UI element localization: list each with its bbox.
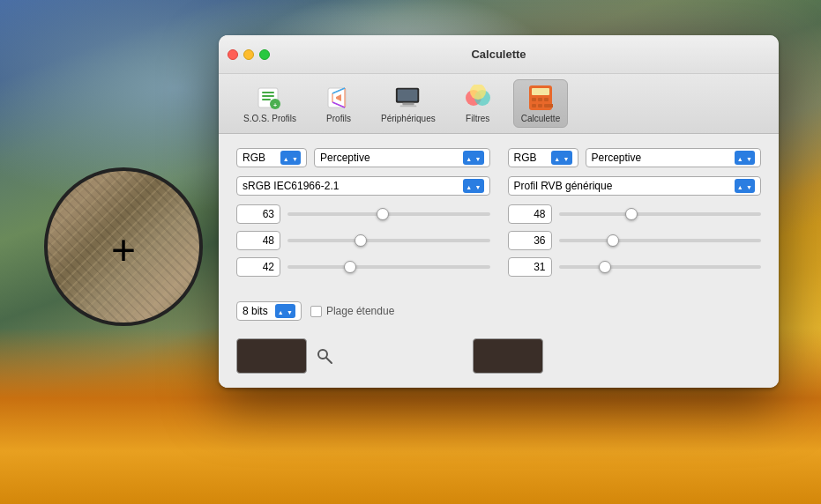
left-channel-value-0[interactable]: 63 <box>236 204 280 224</box>
minimize-button[interactable] <box>243 49 254 60</box>
svg-rect-17 <box>532 98 536 101</box>
toolbar-item-calculette[interactable]: Calculette <box>513 79 568 128</box>
left-channel-value-1[interactable]: 48 <box>236 231 280 250</box>
toolbar-label-calculette: Calculette <box>521 114 560 123</box>
bits-arrows: ▲ ▼ <box>275 304 295 318</box>
left-profile-arrows: ▲ ▼ <box>463 179 483 193</box>
toolbar-label-peripheriques: Périphériques <box>381 114 436 123</box>
plage-row: Plage étendue <box>310 305 394 317</box>
left-slider-row-2: 42 <box>236 257 490 277</box>
right-slider-row-0: 48 <box>508 204 762 224</box>
right-color-model-dropdown[interactable]: RGB ▲ ▼ <box>508 148 578 167</box>
arrow-up-icon: ▲ <box>554 156 560 162</box>
right-profile-value: Profil RVB générique <box>514 180 613 192</box>
arrow-down-icon: ▼ <box>475 184 481 190</box>
titlebar: Calculette <box>219 35 779 74</box>
plage-label: Plage étendue <box>326 305 394 317</box>
arrow-up-icon: ▲ <box>737 156 743 162</box>
arrow-up-icon: ▲ <box>283 156 289 162</box>
bits-value: 8 bits <box>243 305 268 317</box>
svg-text:+: + <box>273 102 277 108</box>
right-slider-track-2[interactable] <box>559 265 762 269</box>
toolbar-label-filtres: Filtres <box>466 114 489 123</box>
left-slider-track-0[interactable] <box>287 212 490 216</box>
peripheriques-icon <box>394 84 422 112</box>
left-intent-value: Perceptive <box>320 152 370 164</box>
main-content: RGB ▲ ▼ Perceptive ▲ ▼ <box>219 134 779 388</box>
svg-rect-16 <box>532 88 549 95</box>
search-button[interactable] <box>314 345 335 367</box>
right-slider-thumb-1[interactable] <box>607 234 619 247</box>
toolbar-label-profils: Profils <box>326 114 351 123</box>
svg-rect-1 <box>262 92 274 93</box>
sos-icon: + <box>256 84 284 112</box>
left-profile-value: sRGB IEC61966-2.1 <box>243 180 339 192</box>
left-color-swatch <box>236 338 307 374</box>
calculette-window: Calculette + S.O.S. Profils <box>219 35 779 388</box>
close-button[interactable] <box>228 49 238 60</box>
right-slider-thumb-2[interactable] <box>599 261 611 273</box>
svg-rect-11 <box>399 105 416 107</box>
right-slider-track-0[interactable] <box>559 212 762 216</box>
right-slider-row-2: 31 <box>508 257 762 277</box>
right-slider-thumb-0[interactable] <box>625 208 638 220</box>
arrow-down-icon: ▼ <box>746 156 752 162</box>
toolbar-item-peripheriques[interactable]: Périphériques <box>374 80 443 127</box>
right-color-model-arrows: ▲ ▼ <box>551 151 571 165</box>
calculette-icon <box>526 84 555 112</box>
profils-icon <box>325 84 353 112</box>
maximize-button[interactable] <box>259 49 270 60</box>
arrow-up-icon: ▲ <box>466 156 472 162</box>
arrow-down-icon: ▼ <box>746 184 752 190</box>
left-slider-track-1[interactable] <box>287 239 490 242</box>
right-slider-track-1[interactable] <box>559 239 762 242</box>
left-slider-thumb-2[interactable] <box>344 261 356 273</box>
right-top-row: RGB ▲ ▼ Perceptive ▲ ▼ <box>508 148 762 167</box>
left-intent-dropdown[interactable]: Perceptive ▲ ▼ <box>314 148 490 167</box>
right-column: RGB ▲ ▼ Perceptive ▲ ▼ <box>508 148 762 277</box>
arrow-down-icon: ▼ <box>292 156 298 162</box>
left-profile-dropdown[interactable]: sRGB IEC61966-2.1 ▲ ▼ <box>236 176 490 196</box>
right-channel-value-1[interactable]: 36 <box>508 231 552 250</box>
bottom-section: 8 bits ▲ ▼ Plage étendue <box>236 301 543 321</box>
left-slider-thumb-1[interactable] <box>355 234 367 247</box>
right-profile-arrows: ▲ ▼ <box>735 179 755 193</box>
left-color-model-dropdown[interactable]: RGB ▲ ▼ <box>236 148 307 167</box>
arrow-up-icon: ▲ <box>466 184 472 190</box>
toolbar-item-filtres[interactable]: Filtres <box>452 80 504 127</box>
toolbar: + S.O.S. Profils Profils <box>219 74 779 134</box>
svg-rect-19 <box>544 98 549 101</box>
svg-rect-10 <box>402 103 414 106</box>
bits-dropdown[interactable]: 8 bits ▲ ▼ <box>236 301 302 321</box>
left-column: RGB ▲ ▼ Perceptive ▲ ▼ <box>236 148 490 277</box>
toolbar-item-profils[interactable]: Profils <box>312 80 365 127</box>
right-profile-dropdown[interactable]: Profil RVB générique ▲ ▼ <box>508 176 762 196</box>
arrow-down-icon: ▼ <box>475 156 481 162</box>
svg-rect-22 <box>544 104 553 107</box>
magnifier-circle <box>44 167 203 326</box>
toolbar-label-sos: S.O.S. Profils <box>243 114 296 123</box>
svg-rect-3 <box>262 99 271 100</box>
left-color-model-arrows: ▲ ▼ <box>280 151 301 165</box>
left-channel-value-2[interactable]: 42 <box>236 257 280 277</box>
svg-rect-20 <box>532 104 536 107</box>
right-intent-arrows: ▲ ▼ <box>735 151 755 165</box>
right-intent-dropdown[interactable]: Perceptive ▲ ▼ <box>586 148 762 167</box>
left-sliders: 63 48 <box>236 204 490 277</box>
left-slider-thumb-0[interactable] <box>377 208 389 220</box>
svg-rect-9 <box>398 90 418 101</box>
right-channel-value-2[interactable]: 31 <box>508 257 552 277</box>
svg-line-24 <box>326 358 332 363</box>
arrow-up-icon: ▲ <box>737 184 743 190</box>
svg-rect-18 <box>538 98 542 101</box>
right-slider-row-1: 36 <box>508 231 762 250</box>
right-intent-value: Perceptive <box>592 152 642 164</box>
left-slider-track-2[interactable] <box>287 265 490 269</box>
toolbar-item-sos[interactable]: + S.O.S. Profils <box>236 80 303 127</box>
plage-checkbox[interactable] <box>310 306 322 317</box>
arrow-down-icon: ▼ <box>564 156 570 162</box>
svg-rect-21 <box>538 104 542 107</box>
right-channel-value-0[interactable]: 48 <box>508 204 552 224</box>
left-intent-arrows: ▲ ▼ <box>463 151 483 165</box>
window-controls <box>228 49 270 60</box>
